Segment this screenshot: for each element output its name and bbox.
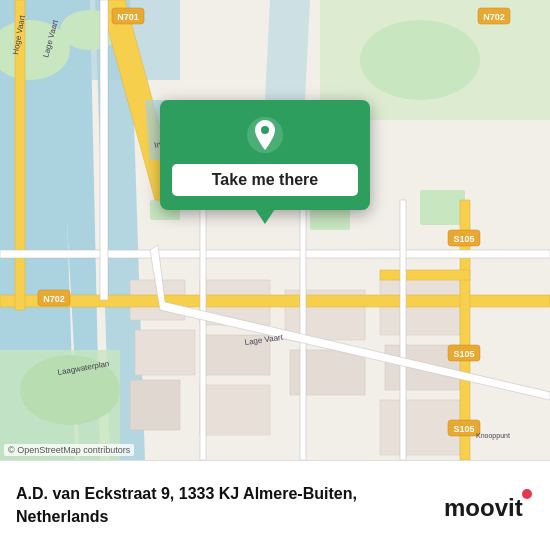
svg-point-60 bbox=[522, 489, 532, 499]
svg-text:Hoge Vaart: Hoge Vaart bbox=[11, 14, 27, 56]
svg-text:S105: S105 bbox=[453, 424, 474, 434]
svg-marker-3 bbox=[95, 0, 145, 460]
svg-rect-25 bbox=[420, 190, 465, 225]
svg-point-58 bbox=[261, 126, 269, 134]
svg-text:moovit: moovit bbox=[444, 494, 523, 521]
address-line2: Netherlands bbox=[16, 506, 432, 528]
svg-rect-45 bbox=[448, 230, 480, 246]
svg-rect-19 bbox=[290, 350, 365, 395]
svg-rect-31 bbox=[380, 270, 470, 280]
svg-rect-16 bbox=[205, 335, 270, 375]
svg-rect-32 bbox=[0, 250, 550, 258]
svg-text:Knooppunt: Knooppunt bbox=[476, 432, 510, 440]
svg-rect-41 bbox=[478, 8, 510, 24]
svg-rect-4 bbox=[0, 0, 180, 80]
svg-rect-33 bbox=[100, 0, 108, 300]
svg-rect-14 bbox=[130, 380, 180, 430]
address-container: A.D. van Eckstraat 9, 1333 KJ Almere-Bui… bbox=[16, 483, 432, 528]
svg-text:N701: N701 bbox=[117, 12, 139, 22]
map-popup: Take me there bbox=[160, 100, 370, 210]
svg-rect-22 bbox=[380, 400, 460, 455]
svg-rect-13 bbox=[135, 330, 195, 375]
svg-text:S105: S105 bbox=[453, 234, 474, 244]
moovit-logo-svg: moovit bbox=[444, 486, 534, 526]
svg-rect-49 bbox=[448, 420, 480, 436]
svg-rect-39 bbox=[112, 8, 144, 24]
map-container: N701 N702 N702 S105 S105 S105 Lage Vaart… bbox=[0, 0, 550, 460]
svg-rect-30 bbox=[460, 200, 470, 460]
svg-text:Lage Vaart: Lage Vaart bbox=[41, 18, 60, 58]
svg-text:N702: N702 bbox=[43, 294, 65, 304]
take-me-there-button[interactable]: Take me there bbox=[172, 164, 358, 196]
svg-rect-12 bbox=[130, 280, 185, 320]
svg-marker-1 bbox=[0, 0, 75, 460]
svg-text:S105: S105 bbox=[453, 349, 474, 359]
svg-rect-28 bbox=[15, 0, 25, 310]
svg-text:N702: N702 bbox=[483, 12, 505, 22]
map-svg: N701 N702 N702 S105 S105 S105 Lage Vaart… bbox=[0, 0, 550, 460]
map-attribution: © OpenStreetMap contributors bbox=[4, 444, 134, 456]
svg-rect-15 bbox=[200, 280, 270, 325]
svg-point-7 bbox=[60, 10, 120, 50]
svg-rect-43 bbox=[38, 290, 70, 306]
address-line1: A.D. van Eckstraat 9, 1333 KJ Almere-Bui… bbox=[16, 483, 432, 505]
svg-rect-34 bbox=[200, 200, 206, 460]
svg-rect-20 bbox=[380, 280, 460, 335]
svg-rect-0 bbox=[0, 0, 550, 460]
svg-rect-47 bbox=[448, 345, 480, 361]
svg-rect-36 bbox=[400, 200, 406, 460]
svg-rect-27 bbox=[0, 295, 550, 307]
svg-marker-37 bbox=[150, 245, 550, 400]
svg-rect-18 bbox=[285, 290, 365, 340]
moovit-logo: moovit bbox=[432, 486, 534, 526]
svg-point-6 bbox=[0, 20, 70, 80]
svg-point-9 bbox=[360, 20, 480, 100]
svg-marker-2 bbox=[55, 0, 100, 460]
location-pin-icon bbox=[246, 116, 284, 154]
svg-rect-21 bbox=[385, 345, 460, 390]
svg-text:Laagwaterplan: Laagwaterplan bbox=[57, 359, 110, 377]
info-bar: A.D. van Eckstraat 9, 1333 KJ Almere-Bui… bbox=[0, 460, 550, 550]
svg-rect-35 bbox=[300, 200, 306, 460]
svg-text:Lage Vaart: Lage Vaart bbox=[244, 333, 284, 347]
svg-rect-17 bbox=[200, 385, 270, 435]
svg-point-11 bbox=[20, 355, 120, 425]
